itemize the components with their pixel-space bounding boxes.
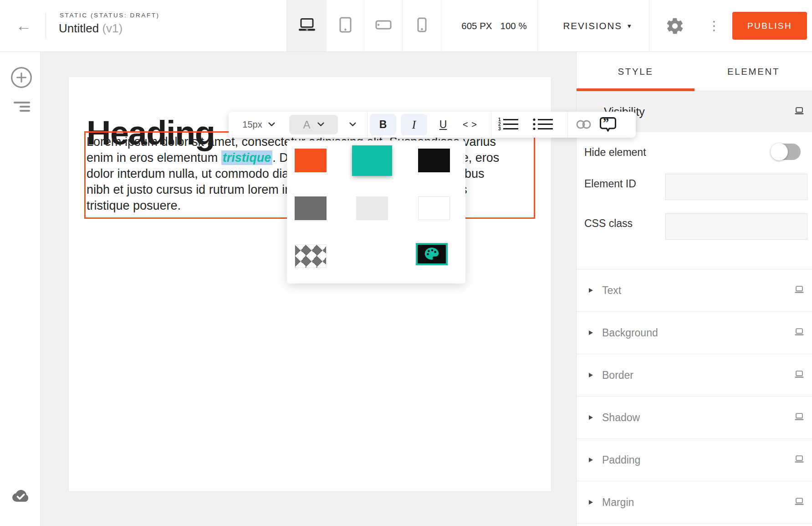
device-tablet-button[interactable] — [326, 0, 364, 52]
status-label: STATIC (STATUS: DRAFT) — [60, 12, 160, 19]
canvas-width-value: 605 PX — [461, 21, 492, 31]
chevron-down-icon — [268, 121, 275, 128]
color-swatch-transparent[interactable] — [295, 244, 327, 268]
text-selection-highlight: tristique — [221, 150, 273, 165]
color-swatch-dark-gray[interactable] — [295, 196, 327, 220]
laptop-icon — [794, 107, 804, 117]
divider — [649, 0, 649, 52]
panel-tabs: STYLE ELEMENT — [577, 52, 812, 91]
add-element-button[interactable] — [10, 66, 33, 89]
settings-button[interactable] — [665, 16, 685, 36]
toggle-knob — [771, 143, 788, 160]
page-section[interactable]: Heading Lorem ipsum dolor sit amet, cons… — [69, 77, 551, 491]
bold-button[interactable]: B — [370, 114, 396, 135]
highlighted-word: tristique — [223, 151, 271, 165]
phone-landscape-icon — [375, 20, 392, 31]
element-id-input[interactable] — [665, 174, 807, 200]
canvas-zoom-value: 100 % — [500, 21, 527, 31]
caret-right-icon — [589, 415, 593, 420]
color-swatch-black[interactable] — [418, 149, 450, 172]
link-icon — [574, 119, 593, 131]
caret-right-icon — [589, 373, 593, 377]
caret-right-icon — [589, 458, 593, 462]
layout-outline-button[interactable] — [14, 102, 30, 112]
chevron-down-icon — [349, 121, 356, 128]
svg-text:3: 3 — [498, 126, 501, 131]
blockquote-button[interactable]: ” — [598, 115, 618, 135]
caret-right-icon — [589, 288, 593, 293]
gear-icon — [665, 30, 684, 37]
section-text[interactable]: Text — [577, 269, 812, 312]
cloud-check-icon — [9, 498, 31, 505]
top-bar: ← STATIC (STATUS: DRAFT) Untitled (v1) — [0, 0, 812, 52]
font-color-picker-panel — [287, 140, 465, 284]
laptop-icon — [794, 286, 804, 295]
laptop-icon — [794, 498, 804, 507]
section-border[interactable]: Border — [577, 354, 812, 397]
laptop-icon — [794, 328, 804, 338]
more-format-dropdown[interactable] — [345, 112, 360, 138]
document-version: (v1) — [102, 21, 123, 35]
section-padding[interactable]: Padding — [577, 439, 812, 481]
divider — [367, 112, 368, 138]
palette-icon — [424, 247, 440, 262]
caret-right-icon — [589, 330, 593, 335]
code-button[interactable]: < > — [456, 112, 484, 138]
publish-button[interactable]: PUBLISH — [732, 12, 807, 40]
quote-icon: ” — [598, 115, 618, 136]
custom-color-button[interactable] — [416, 243, 448, 265]
device-phone-landscape-button[interactable] — [364, 0, 403, 52]
bullet-list-button[interactable] — [531, 118, 555, 132]
ordered-list-button[interactable]: 123 — [496, 118, 520, 132]
laptop-icon — [794, 413, 804, 423]
style-sections: Text Background Border — [577, 269, 812, 524]
color-swatch-teal-selected[interactable] — [352, 145, 392, 176]
tab-element[interactable]: ELEMENT — [695, 52, 812, 91]
ordered-list-icon: 123 — [498, 117, 519, 133]
caret-right-icon — [589, 500, 593, 505]
hide-element-toggle[interactable] — [771, 144, 801, 160]
back-button[interactable]: ← — [11, 0, 36, 52]
laptop-icon — [794, 371, 804, 380]
canvas-dimensions: 605 PX 100 % — [455, 0, 533, 52]
bullet-list-icon — [532, 117, 554, 133]
css-class-label: CSS class — [584, 217, 633, 230]
text-format-toolbar: 15px A B I U < > 123 — [229, 112, 636, 138]
device-desktop-button[interactable] — [286, 0, 327, 52]
divider — [441, 0, 441, 52]
document-title: Untitled (v1) — [59, 21, 123, 36]
font-size-value: 15px — [242, 119, 262, 130]
chevron-down-icon — [317, 121, 324, 128]
section-background[interactable]: Background — [577, 312, 812, 354]
divider — [567, 112, 568, 138]
tablet-icon — [339, 17, 352, 35]
color-swatch-orange[interactable] — [295, 149, 327, 172]
italic-button[interactable]: I — [401, 114, 427, 135]
left-sidebar — [0, 52, 41, 526]
divider — [46, 13, 46, 39]
autosave-status-indicator — [9, 488, 31, 506]
phone-portrait-icon — [417, 17, 427, 34]
color-swatch-white[interactable] — [418, 196, 450, 220]
kebab-menu-icon: ⋮ — [708, 19, 720, 33]
hide-element-label: Hide element — [584, 146, 646, 159]
revisions-dropdown[interactable]: REVISIONS ▾ — [552, 0, 643, 52]
laptop-icon — [794, 455, 804, 465]
link-button[interactable] — [574, 119, 594, 130]
color-swatch-light-gray[interactable] — [356, 196, 388, 220]
svg-text:”: ” — [603, 116, 609, 129]
font-color-dropdown[interactable]: A — [289, 115, 338, 134]
kebab-menu-button[interactable]: ⋮ — [705, 0, 723, 52]
tab-style[interactable]: STYLE — [577, 52, 695, 91]
section-margin[interactable]: Margin — [577, 481, 812, 524]
chevron-down-icon: ▾ — [628, 22, 632, 30]
device-phone-button[interactable] — [402, 0, 441, 52]
section-shadow[interactable]: Shadow — [577, 397, 812, 439]
css-class-input[interactable] — [665, 213, 807, 240]
page-builder-app: ← STATIC (STATUS: DRAFT) Untitled (v1) — [0, 0, 812, 526]
divider — [537, 0, 538, 52]
underline-button[interactable]: U — [433, 112, 454, 138]
revisions-label: REVISIONS — [563, 21, 622, 31]
laptop-icon — [297, 18, 317, 34]
font-size-dropdown[interactable]: 15px — [235, 112, 282, 138]
